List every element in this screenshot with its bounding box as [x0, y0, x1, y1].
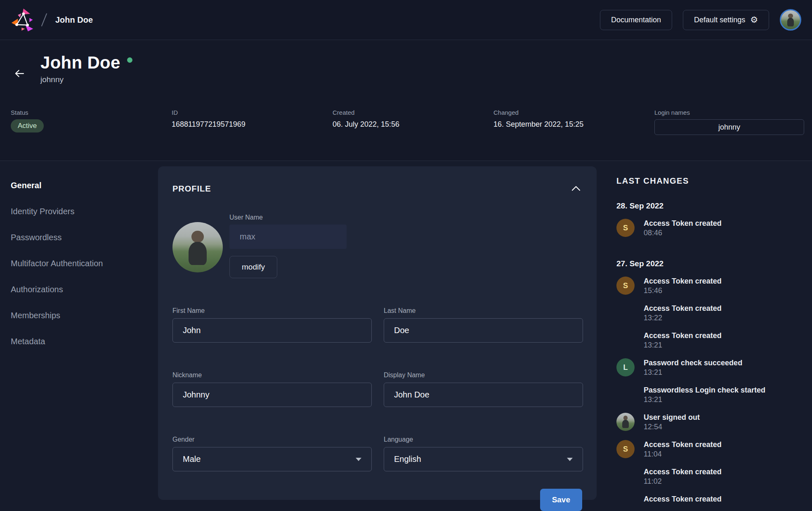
nickname-input[interactable]: [172, 383, 372, 407]
timeline-entry: S Access Token created 11:04: [616, 440, 812, 459]
username-label: User Name: [229, 214, 347, 221]
sidebar-item-passwordless[interactable]: Passwordless: [11, 232, 158, 243]
timeline-entry: Access Token created 13:22: [616, 304, 812, 323]
breadcrumb[interactable]: John Doe: [55, 15, 93, 25]
avatar-spacer: [616, 386, 635, 405]
avatar-spacer: [616, 331, 635, 350]
top-nav: John Doe Documentation Default settings …: [0, 0, 812, 40]
page-subtitle: johnny: [40, 75, 132, 84]
avatar-spacer: [616, 467, 635, 486]
event-time: 13:21: [644, 368, 742, 377]
language-select-value: English: [394, 454, 421, 464]
display-name-input[interactable]: [384, 383, 583, 407]
event-time: 13:21: [644, 395, 765, 405]
event-time: 15:46: [644, 286, 722, 296]
event-title: Passwordless Login check started: [644, 386, 765, 395]
user-avatar[interactable]: [780, 9, 801, 31]
gear-icon: ⚙: [750, 16, 758, 24]
timeline-entry: Access Token created 11:02: [616, 467, 812, 486]
changed-value: 16. September 2022, 15:25: [493, 120, 654, 129]
display-name-label: Display Name: [384, 371, 583, 379]
user-meta-row: Status Active ID 168811977219571969 Crea…: [0, 109, 812, 135]
display-name-field-group: Display Name: [384, 371, 583, 407]
created-value: 06. July 2022, 15:56: [333, 120, 493, 129]
sidebar-item-memberships[interactable]: Memberships: [11, 310, 158, 321]
username-input[interactable]: [229, 225, 347, 249]
gender-select[interactable]: Male: [172, 447, 372, 471]
event-time: 12:54: [644, 422, 700, 432]
modify-button[interactable]: modify: [229, 256, 277, 278]
event-title: Access Token created: [644, 277, 722, 286]
language-field-group: Language English: [384, 436, 583, 471]
first-name-label: First Name: [172, 307, 372, 315]
modify-button-label: modify: [242, 263, 265, 271]
page-title: John Doe: [40, 53, 120, 73]
timeline-date: 28. Sep 2022: [616, 201, 812, 211]
documentation-button[interactable]: Documentation: [600, 10, 672, 30]
profile-avatar[interactable]: [172, 222, 223, 272]
sidebar-item-metadata[interactable]: Metadata: [11, 336, 158, 347]
login-name-chip: johnny: [654, 119, 804, 135]
avatar-spacer: [616, 494, 635, 511]
zitadel-logo[interactable]: [11, 8, 35, 32]
created-label: Created: [333, 109, 493, 116]
first-name-input[interactable]: [172, 318, 372, 343]
event-title: Access Token created: [644, 440, 722, 449]
last-changes-title: LAST CHANGES: [616, 176, 812, 186]
event-title: Password check succeeded: [644, 358, 742, 368]
sidebar-item-identity-providers[interactable]: Identity Providers: [11, 206, 158, 217]
back-arrow-icon: [13, 67, 26, 80]
first-name-field-group: First Name: [172, 307, 372, 343]
save-button[interactable]: Save: [540, 489, 582, 511]
meta-changed: Changed 16. September 2022, 15:25: [493, 109, 654, 129]
last-name-field-group: Last Name: [384, 307, 583, 343]
gender-label: Gender: [172, 436, 372, 443]
id-label: ID: [172, 109, 333, 116]
timeline-entry: Access Token created 13:21: [616, 331, 812, 350]
meta-created: Created 06. July 2022, 15:56: [333, 109, 493, 129]
user-header: John Doe johnny: [0, 40, 812, 84]
event-title: User signed out: [644, 413, 700, 422]
documentation-button-label: Documentation: [611, 16, 661, 24]
event-time: 13:22: [644, 313, 722, 323]
event-title: Access Token created: [644, 304, 722, 313]
id-value: 168811977219571969: [172, 120, 333, 129]
actor-avatar-initial: S: [616, 440, 635, 458]
event-time: 11:02: [644, 477, 722, 486]
status-label: Status: [11, 109, 172, 116]
sidebar: General Identity Providers Passwordless …: [0, 166, 158, 511]
language-label: Language: [384, 436, 583, 443]
zitadel-logo-icon: [11, 8, 35, 32]
timeline-date: 27. Sep 2022: [616, 259, 812, 268]
event-time: 11:04: [644, 449, 722, 459]
status-badge: Active: [11, 119, 44, 132]
breadcrumb-slash: [41, 13, 47, 26]
gender-select-value: Male: [183, 454, 201, 464]
active-status-dot: [127, 57, 132, 63]
dropdown-caret-icon: [356, 458, 361, 461]
nickname-field-group: Nickname: [172, 371, 372, 407]
collapse-section-button[interactable]: [570, 184, 582, 194]
sidebar-item-multifactor-authentication[interactable]: Multifactor Authentication: [11, 258, 158, 269]
default-settings-button[interactable]: Default settings ⚙: [683, 10, 769, 30]
last-changes-panel: LAST CHANGES 28. Sep 2022 S Access Token…: [616, 166, 812, 511]
sidebar-item-authorizations[interactable]: Authorizations: [11, 284, 158, 295]
default-settings-button-label: Default settings: [694, 16, 745, 24]
back-button[interactable]: [11, 65, 28, 83]
meta-id: ID 168811977219571969: [172, 109, 333, 129]
timeline-entry: S Access Token created 15:46: [616, 277, 812, 296]
nickname-label: Nickname: [172, 371, 372, 379]
event-time: 08:46: [644, 228, 722, 238]
language-select[interactable]: English: [384, 447, 583, 471]
timeline-entry: Access Token created: [616, 494, 812, 511]
event-title: Access Token created: [644, 494, 722, 504]
event-title: Access Token created: [644, 219, 722, 228]
event-title: Access Token created: [644, 467, 722, 477]
profile-section-title: PROFILE: [172, 184, 211, 194]
sidebar-item-general[interactable]: General: [11, 180, 158, 191]
event-title: Access Token created: [644, 331, 722, 341]
actor-avatar-initial: L: [616, 358, 635, 376]
event-time: 13:21: [644, 341, 722, 350]
last-name-input[interactable]: [384, 318, 583, 343]
meta-status: Status Active: [11, 109, 172, 132]
